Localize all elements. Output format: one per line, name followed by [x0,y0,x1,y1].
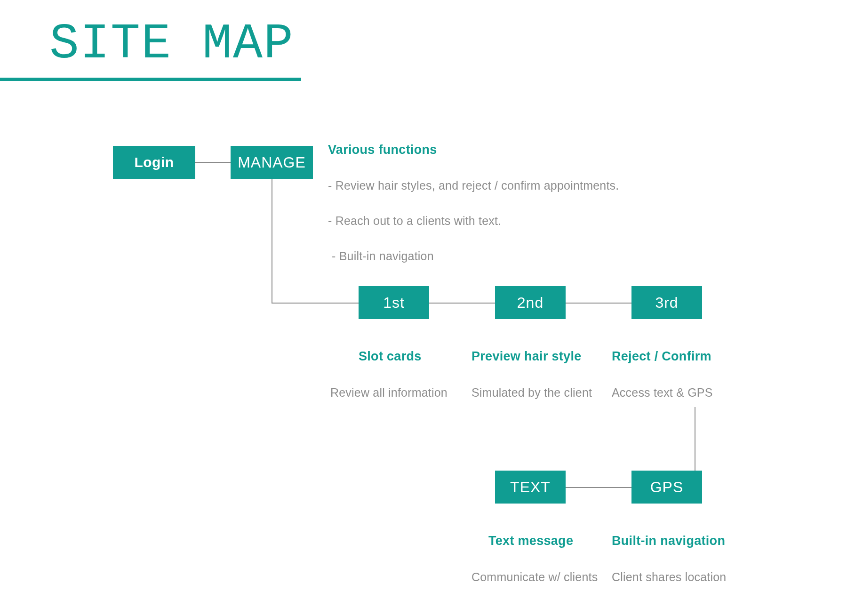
connector-login-manage [195,162,231,163]
manage-line1: - Review hair styles, and reject / confi… [328,179,619,192]
connector-text-gps [566,487,631,488]
node-text: TEXT [495,471,566,504]
text-heading: Text message [488,534,573,548]
manage-heading: Various functions [328,143,437,157]
node-second: 2nd [495,286,566,319]
third-sub: Access text & GPS [612,386,713,400]
node-third: 3rd [631,286,702,319]
connector-third-gps [695,407,695,471]
manage-line3: - Built-in navigation [332,249,434,263]
gps-sub: Client shares location [612,570,726,584]
title-underline [0,78,301,81]
text-sub: Communicate w/ clients [471,570,598,584]
node-first: 1st [359,286,429,319]
page-title: SITE MAP [49,16,294,72]
node-login: Login [113,146,195,179]
node-gps: GPS [631,471,702,504]
connector-second-third [566,303,631,304]
manage-line2: - Reach out to a clients with text. [328,214,501,228]
first-heading: Slot cards [359,349,422,364]
connector-manage-right [272,303,359,304]
connector-first-second [429,303,495,304]
third-heading: Reject / Confirm [612,349,711,364]
gps-heading: Built-in navigation [612,534,725,548]
connector-manage-down [272,179,272,304]
second-sub: Simulated by the client [471,386,592,400]
second-heading: Preview hair style [471,349,582,364]
first-sub: Review all information [330,386,447,400]
node-manage: MANAGE [231,146,313,179]
